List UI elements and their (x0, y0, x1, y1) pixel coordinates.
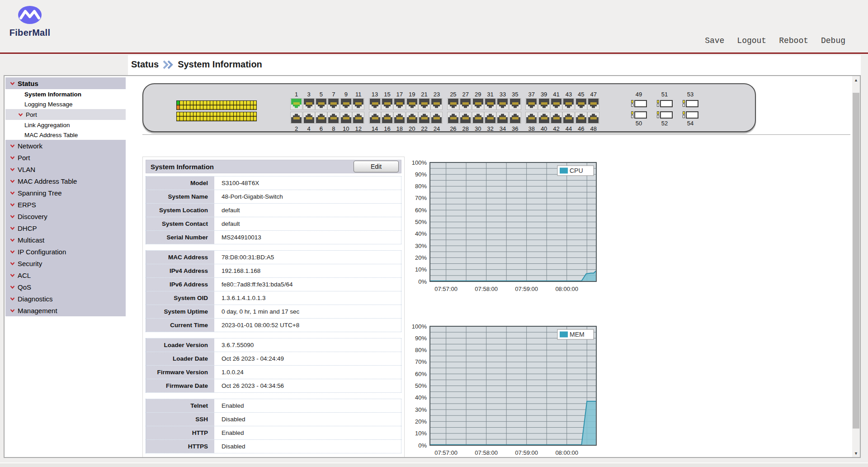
port-42[interactable] (550, 112, 562, 125)
sidebar-item-management[interactable]: Management (5, 305, 126, 316)
sidebar-item-mac-address-table[interactable]: MAC Address Table (5, 175, 126, 187)
port-8[interactable] (327, 112, 340, 125)
sidebar-item-system-information[interactable]: System Information (5, 89, 126, 99)
port-column: 1516 (381, 91, 393, 133)
sidebar-item-mac-address-table[interactable]: MAC Address Table (5, 130, 126, 140)
port-41[interactable] (550, 98, 562, 112)
port-46[interactable] (575, 112, 587, 125)
port-38[interactable] (525, 112, 538, 125)
nav-link-logout[interactable]: Logout (737, 36, 766, 45)
port-44[interactable] (562, 112, 575, 125)
port-17[interactable] (393, 98, 406, 112)
port-2[interactable] (290, 112, 302, 125)
nav-link-reboot[interactable]: Reboot (779, 36, 808, 45)
port-29[interactable] (472, 98, 484, 112)
sidebar-item-port[interactable]: Port (5, 109, 126, 120)
port-23[interactable] (430, 98, 443, 112)
port-18[interactable] (393, 112, 406, 125)
main-content-area: StatusSystem InformationLogging MessageP… (4, 75, 861, 458)
port-47[interactable] (587, 98, 599, 112)
port-37[interactable] (525, 98, 538, 112)
port-12[interactable] (352, 112, 364, 125)
port-5[interactable] (315, 98, 327, 112)
port-13[interactable] (369, 98, 381, 112)
vertical-scrollbar[interactable]: ▲ ▼ (852, 76, 860, 457)
scroll-down-button[interactable]: ▼ (852, 449, 860, 457)
port-28[interactable] (459, 112, 472, 125)
port-43[interactable] (562, 98, 575, 112)
sidebar-item-erps[interactable]: ERPS (5, 199, 126, 210)
port-9[interactable] (340, 98, 352, 112)
scrollbar-thumb[interactable] (853, 93, 859, 429)
rj45-port-icon (340, 98, 352, 110)
sidebar-item-logging-message[interactable]: Logging Message (5, 99, 126, 109)
port-20[interactable] (406, 112, 418, 125)
sidebar-item-discovery[interactable]: Discovery (5, 210, 126, 222)
port-32[interactable] (484, 112, 496, 125)
sidebar-item-status[interactable]: Status (5, 77, 126, 89)
y-axis-tick: 50% (415, 382, 427, 389)
scroll-up-button[interactable]: ▲ (852, 76, 860, 84)
port-21[interactable] (418, 98, 430, 112)
port-35[interactable] (509, 98, 521, 112)
port-3[interactable] (303, 98, 315, 112)
port-36[interactable] (509, 112, 521, 125)
port-25[interactable] (447, 98, 459, 112)
port-14[interactable] (369, 112, 381, 125)
port-10[interactable] (340, 112, 352, 125)
port-number-top: 41 (553, 91, 559, 98)
port-15[interactable] (381, 98, 393, 112)
port-45[interactable] (575, 98, 587, 112)
table-row: SSHDisabled (146, 413, 401, 426)
sfp-port-53[interactable] (683, 100, 698, 107)
sidebar-item-dhcp[interactable]: DHCP (5, 222, 126, 234)
port-11[interactable] (352, 98, 364, 112)
sidebar-item-vlan[interactable]: VLAN (5, 163, 126, 175)
sidebar-item-network[interactable]: Network (5, 140, 126, 152)
sidebar-item-port[interactable]: Port (5, 152, 126, 163)
port-24[interactable] (430, 112, 443, 125)
sidebar-item-security[interactable]: Security (5, 257, 126, 269)
port-16[interactable] (381, 112, 393, 125)
sfp-port-52[interactable] (657, 111, 673, 119)
port-7[interactable] (327, 98, 340, 112)
led-indicator (193, 117, 196, 121)
sfp-port-51[interactable] (657, 100, 673, 107)
led-indicator (254, 112, 256, 116)
port-1[interactable] (290, 98, 302, 112)
sidebar-item-acl[interactable]: ACL (5, 269, 126, 281)
nav-link-debug[interactable]: Debug (821, 36, 845, 45)
port-22[interactable] (418, 112, 430, 125)
sidebar-item-multicast[interactable]: Multicast (5, 234, 126, 246)
sfp-port-49[interactable] (631, 100, 647, 107)
port-40[interactable] (538, 112, 550, 125)
rj45-port-icon (575, 112, 587, 124)
sidebar-item-spanning-tree[interactable]: Spanning Tree (5, 187, 126, 199)
sidebar-item-ip-configuration[interactable]: IP Configuration (5, 246, 126, 257)
port-31[interactable] (484, 98, 496, 112)
sidebar-item-label: Discovery (18, 213, 47, 220)
sfp-port-50[interactable] (631, 111, 647, 119)
port-26[interactable] (447, 112, 459, 125)
port-33[interactable] (496, 98, 509, 112)
sidebar-item-diagnostics[interactable]: Diagnostics (5, 293, 126, 305)
sfp-port-54[interactable] (683, 111, 698, 119)
port-4[interactable] (303, 112, 315, 125)
rj45-port-icon (393, 112, 406, 124)
port-6[interactable] (315, 112, 327, 125)
edit-button[interactable]: Edit (354, 161, 399, 172)
sidebar-item-label: System Information (24, 91, 81, 98)
sidebar-item-link-aggregation[interactable]: Link Aggregation (5, 120, 126, 130)
port-39[interactable] (538, 98, 550, 112)
sidebar-item-qos[interactable]: QoS (5, 281, 126, 293)
y-axis-tick: 30% (415, 406, 427, 413)
port-19[interactable] (406, 98, 418, 112)
row-label: System Uptime (146, 305, 216, 318)
port-34[interactable] (496, 112, 509, 125)
sidebar-item-label: Network (18, 142, 42, 150)
port-30[interactable] (472, 112, 484, 125)
port-48[interactable] (587, 112, 599, 125)
port-27[interactable] (459, 98, 472, 112)
row-label: IPv6 Address (146, 278, 216, 291)
nav-link-save[interactable]: Save (705, 36, 724, 45)
